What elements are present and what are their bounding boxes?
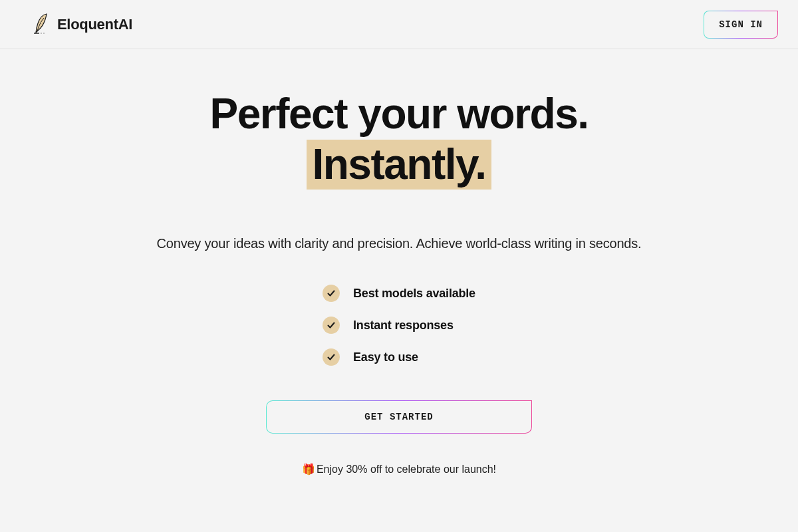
sign-in-button[interactable]: SIGN IN [704,11,778,39]
header: EloquentAI SIGN IN [0,0,798,49]
headline-line1: Perfect your words. [210,90,589,138]
check-icon [323,317,340,334]
headline-line2: Instantly. [307,140,491,190]
feature-item: Instant responses [323,317,454,334]
feature-list: Best models available Instant responses … [323,285,475,366]
promo-text: Enjoy 30% off to celebrate our launch! [317,464,496,475]
promo-banner: 🎁 Enjoy 30% off to celebrate our launch! [302,463,496,475]
subtitle: Convey your ideas with clarity and preci… [157,236,642,251]
brand-name: EloquentAI [57,16,132,33]
get-started-button[interactable]: GET STARTED [266,400,532,434]
feature-item: Best models available [323,285,475,302]
feature-item: Easy to use [323,348,418,366]
gift-icon: 🎁 [302,463,315,475]
check-icon [323,348,340,366]
logo[interactable]: EloquentAI [32,11,132,38]
check-icon [323,285,340,302]
headline: Perfect your words. Instantly. [210,89,589,190]
feather-icon [32,11,52,38]
feature-label: Easy to use [353,350,418,364]
feature-label: Instant responses [353,319,454,332]
hero-section: Perfect your words. Instantly. Convey yo… [0,49,798,532]
feature-label: Best models available [353,287,475,301]
